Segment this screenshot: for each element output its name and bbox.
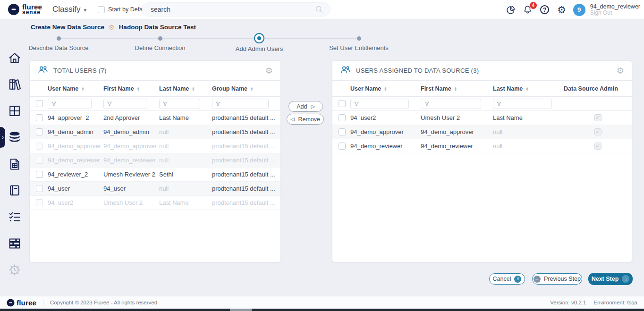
- filter-user-name[interactable]: [48, 99, 92, 109]
- triangle-right-icon: ▷: [311, 104, 314, 109]
- active-item-indicator[interactable]: ›: [0, 127, 5, 148]
- row-checkbox[interactable]: [36, 171, 43, 178]
- next-step-label: Next Step: [592, 276, 619, 282]
- sidebar-item-checklist[interactable]: [8, 210, 22, 224]
- pending-tasks-icon: [8, 263, 22, 277]
- sidebar-item-servers[interactable]: [8, 236, 22, 251]
- table-body: 94_user2Umesh User 2Last Name✓94_demo_ap…: [332, 111, 632, 153]
- cell-first-name: Umesh User 2: [421, 111, 493, 125]
- step-dot-active[interactable]: [254, 33, 264, 43]
- copyright-text: Copyright © 2023 Fluree - All rights res…: [50, 300, 157, 305]
- sidebar-item-data-sources[interactable]: [8, 130, 22, 144]
- user-avatar[interactable]: 9: [573, 4, 585, 16]
- cell-last-name: null: [159, 125, 212, 139]
- breadcrumb: Create New Data Source ⚙ Hadoop Data Sou…: [31, 24, 196, 31]
- data-source-admin-cell: ✓: [564, 125, 632, 139]
- data-source-admin-checkbox: ✓: [594, 128, 602, 135]
- library-icon: [8, 77, 22, 92]
- step-label: Describe Data Source: [7, 44, 110, 51]
- gear-icon: ⚙: [109, 24, 115, 31]
- help-icon[interactable]: ?: [539, 4, 551, 16]
- sidebar-item-pending-tasks[interactable]: [8, 263, 22, 277]
- step-dot[interactable]: [158, 36, 162, 41]
- sidebar-item-library[interactable]: [8, 77, 22, 92]
- filter-user-name[interactable]: [350, 99, 409, 109]
- sidebar-item-spreadsheets[interactable]: [8, 157, 22, 171]
- step-describe-data-source: Describe Data Source: [7, 35, 110, 51]
- table-header: User Name ▲▼ First Name ▲▼ Last Name ▲▼ …: [30, 81, 280, 97]
- step-label: Add Admin Users: [207, 45, 311, 52]
- row-checkbox: [36, 143, 43, 150]
- filter-row: [30, 97, 280, 111]
- column-header-user-name[interactable]: User Name ▲▼: [350, 81, 421, 96]
- cell-last-name: null: [159, 139, 212, 153]
- cell-last-name: null: [493, 139, 564, 153]
- filter-first-name[interactable]: [421, 99, 481, 109]
- cancel-button[interactable]: Cancel ×: [489, 273, 525, 285]
- panel-settings-gear-icon[interactable]: ⚙: [617, 67, 624, 75]
- column-header-first-name[interactable]: First Name ▲▼: [103, 81, 159, 96]
- cell-user-name: 94_approver_2: [48, 111, 103, 125]
- pie-chart-icon[interactable]: [505, 4, 517, 16]
- data-source-admin-cell: ✓: [564, 111, 632, 125]
- filter-funnel-icon: [496, 101, 502, 107]
- step-dot[interactable]: [57, 36, 61, 41]
- select-all-checkbox[interactable]: [339, 100, 346, 107]
- column-header-first-name[interactable]: First Name ▲▼: [421, 81, 493, 96]
- settings-gear-icon[interactable]: ⚙: [556, 4, 568, 16]
- start-by-default-checkbox[interactable]: [98, 6, 105, 13]
- home-icon: [8, 51, 22, 65]
- step-dot[interactable]: [357, 36, 361, 41]
- remove-button[interactable]: ◁ Remove: [287, 114, 324, 125]
- cell-last-name: null: [159, 153, 212, 167]
- add-button[interactable]: Add ▷: [288, 101, 323, 112]
- row-checkbox[interactable]: [36, 128, 43, 135]
- filter-last-name[interactable]: [159, 99, 200, 109]
- fluree-sense-logo[interactable]: fluree sense: [8, 3, 42, 16]
- column-header-group-name[interactable]: Group Name ▲▼: [212, 81, 280, 96]
- table-row: 94_user2Umesh User 2Last Name✓: [332, 111, 632, 125]
- sort-icon: ▲▼: [525, 86, 528, 91]
- server-stack-icon: [8, 236, 22, 251]
- panel-title-bar: TOTAL USERS (7) ⚙: [30, 61, 280, 81]
- arrow-right-icon: →: [622, 275, 629, 283]
- panel-settings-gear-icon[interactable]: ⚙: [265, 67, 273, 75]
- breadcrumb-parent: Create New Data Source: [31, 24, 104, 31]
- select-all-checkbox[interactable]: [36, 100, 43, 107]
- row-checkbox[interactable]: [339, 114, 346, 121]
- search-input[interactable]: [151, 6, 315, 13]
- username[interactable]: 94_demo_reviewer: [590, 4, 640, 10]
- cell-first-name: Umesh Reviewer 2: [103, 168, 159, 181]
- sidebar-item-home[interactable]: [8, 51, 22, 65]
- brand-bottom: sense: [22, 10, 42, 15]
- row-checkbox[interactable]: [36, 114, 43, 121]
- column-header-last-name[interactable]: Last Name ▲▼: [159, 81, 212, 96]
- sidebar-item-journal[interactable]: [8, 184, 22, 198]
- column-header-user-name[interactable]: User Name ▲▼: [48, 81, 103, 96]
- sign-out-link[interactable]: Sign Out: [590, 10, 640, 16]
- cell-user-name: 94_reviewer_2: [48, 168, 103, 181]
- horizontal-scrollbar-thumb[interactable]: [230, 309, 252, 311]
- next-step-button[interactable]: Next Step →: [588, 273, 633, 285]
- filter-group-name[interactable]: [212, 99, 269, 109]
- chevron-down-icon: ▾: [84, 7, 87, 13]
- sort-icon: ▲▼: [384, 86, 387, 91]
- sidebar-item-grid[interactable]: [8, 104, 22, 118]
- cell-group-name: prodtenant15 default ...: [212, 125, 280, 139]
- avatar-initial: 9: [577, 6, 581, 13]
- search-bar: [142, 2, 330, 17]
- classify-dropdown[interactable]: Classify ▾: [52, 5, 86, 14]
- step-define-connection: Define Connection: [108, 35, 212, 51]
- filter-last-name[interactable]: [493, 99, 552, 109]
- row-checkbox[interactable]: [339, 143, 346, 150]
- column-header-last-name[interactable]: Last Name ▲▼: [493, 81, 564, 96]
- row-checkbox[interactable]: [36, 185, 43, 192]
- filter-first-name[interactable]: [103, 99, 147, 109]
- previous-step-button[interactable]: ← Previous Step: [532, 273, 582, 285]
- step-set-user-entitlements: Set User Entitlements: [307, 35, 411, 51]
- row-checkbox[interactable]: [339, 128, 346, 135]
- notifications-bell-icon[interactable]: 4: [522, 4, 534, 16]
- step-add-admin-users: Add Admin Users: [207, 35, 311, 52]
- step-label: Define Connection: [108, 44, 212, 51]
- search-icon: [315, 5, 323, 14]
